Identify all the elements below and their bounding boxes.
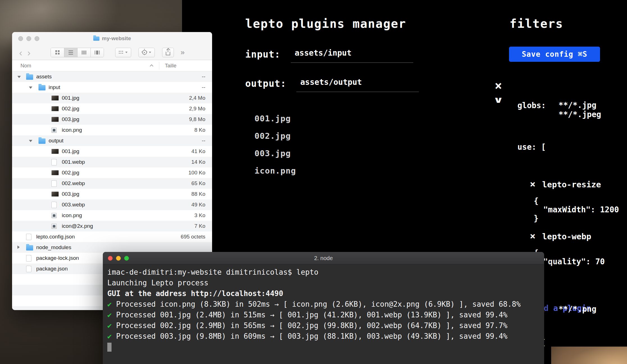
file-icon xyxy=(51,192,59,197)
file-row[interactable]: icon.png3 Ko xyxy=(12,210,212,221)
zoom-button[interactable] xyxy=(35,36,39,41)
file-name: 001.jpg xyxy=(62,146,79,157)
file-icon xyxy=(51,213,57,218)
columns-icon xyxy=(82,51,86,54)
file-icon xyxy=(51,224,57,229)
config-line: "quality": 70 xyxy=(534,257,619,266)
terminal-title: 2. node xyxy=(103,252,544,265)
file-row[interactable]: 001.jpg41 Ko xyxy=(12,146,212,157)
disclosure-triangle[interactable] xyxy=(29,87,32,89)
arrange-menu-button[interactable] xyxy=(115,48,131,57)
window-title: my-website xyxy=(102,35,131,42)
coverflow-view-button[interactable] xyxy=(90,48,104,57)
disclosure-triangle[interactable] xyxy=(29,140,32,142)
view-mode-control xyxy=(51,48,104,57)
file-row[interactable]: icon.png8 Ko xyxy=(12,125,212,135)
config-line: "maxWidth": 1200 xyxy=(534,205,619,214)
collapse-filter-icon[interactable]: ∨ xyxy=(489,95,508,105)
file-item[interactable]: 001.jpg xyxy=(255,113,296,124)
file-size: 2,9 Mo xyxy=(189,103,205,114)
plugin-name: lepto-webp xyxy=(542,232,591,241)
file-size: 14 Ko xyxy=(191,157,205,167)
file-size: 100 Ko xyxy=(188,167,205,178)
file-row[interactable]: 003.jpg9,8 Mo xyxy=(12,114,212,125)
filters-title: filters xyxy=(510,17,563,31)
file-row[interactable]: node_modules xyxy=(12,242,212,253)
list-view-button[interactable] xyxy=(64,48,77,57)
file-row[interactable]: assets-- xyxy=(12,71,212,82)
plugin-config[interactable]: { "maxWidth": 1200} xyxy=(517,197,619,223)
file-icon xyxy=(51,95,59,101)
close-button[interactable] xyxy=(18,36,23,41)
file-name: assets xyxy=(36,71,52,82)
back-button[interactable]: ‹ xyxy=(17,47,25,58)
remove-plugin-icon[interactable]: × xyxy=(530,231,542,241)
file-row[interactable]: 001.jpg2,4 Mo xyxy=(12,93,212,103)
file-row[interactable]: output-- xyxy=(12,135,212,146)
toolbar-overflow-button[interactable]: » xyxy=(181,48,185,57)
column-header-name[interactable]: Nom xyxy=(21,60,31,71)
file-row[interactable]: 003.webp49 Ko xyxy=(12,199,212,210)
file-name: icon.png xyxy=(62,210,82,221)
minimize-button[interactable] xyxy=(116,256,121,261)
file-row[interactable]: 002.jpg100 Ko xyxy=(12,167,212,178)
file-name: 001.webp xyxy=(62,157,85,167)
output-path-field[interactable]: assets/output xyxy=(296,76,419,92)
share-icon xyxy=(166,52,170,55)
output-label: output: xyxy=(245,78,286,89)
remove-plugin-icon[interactable]: × xyxy=(530,179,542,189)
config-line: } xyxy=(534,214,619,223)
check-icon: ✔ xyxy=(107,321,116,330)
file-row[interactable]: lepto.config.json695 octets xyxy=(12,231,212,242)
share-button[interactable] xyxy=(162,48,174,57)
column-view-button[interactable] xyxy=(77,48,90,57)
input-path-field[interactable]: assets/input xyxy=(291,47,413,63)
glob-pattern[interactable]: **/*.jpeg xyxy=(558,110,601,119)
file-icon xyxy=(51,202,57,208)
forward-button[interactable]: › xyxy=(25,47,33,58)
file-size: 9,8 Mo xyxy=(189,114,205,125)
terminal-text: imac-de-dimitri:my-website dimitrinicola… xyxy=(107,268,318,276)
file-row[interactable]: 002.jpg2,9 Mo xyxy=(12,103,212,114)
desktop-wallpaper-corner xyxy=(551,347,627,364)
file-item[interactable]: 002.jpg xyxy=(255,131,296,141)
list-icon xyxy=(69,51,73,54)
glob-pattern[interactable]: **/*.jpg xyxy=(558,101,601,110)
file-item[interactable]: 003.jpg xyxy=(255,148,296,158)
file-row[interactable]: 003.jpg88 Ko xyxy=(12,189,212,199)
glob-pattern[interactable]: **/*.png xyxy=(558,304,596,314)
file-name: node_modules xyxy=(36,242,71,253)
file-name: output xyxy=(49,135,63,146)
save-config-button[interactable]: Save config ⌘S xyxy=(509,47,600,62)
column-divider[interactable] xyxy=(159,62,159,70)
file-item[interactable]: icon.png xyxy=(255,166,296,176)
globs-label: globs: xyxy=(517,101,546,119)
terminal-line: imac-de-dimitri:my-website dimitrinicola… xyxy=(107,267,544,277)
folder-icon xyxy=(26,245,33,251)
file-row[interactable]: 001.webp14 Ko xyxy=(12,157,212,167)
disclosure-triangle[interactable] xyxy=(17,76,21,78)
desktop: lepto plugins manager input: assets/inpu… xyxy=(0,0,627,364)
column-header-size[interactable]: Taille xyxy=(165,60,176,71)
minimize-button[interactable] xyxy=(26,36,31,41)
file-name: 003.jpg xyxy=(62,189,79,199)
file-name: package.json xyxy=(36,263,68,274)
zoom-button[interactable] xyxy=(124,256,129,261)
file-icon xyxy=(51,170,59,175)
terminal-text: Processed 002.jpg (2.9MB) in 565ms → [ 0… xyxy=(116,321,507,330)
folder-icon xyxy=(38,138,46,144)
close-button[interactable] xyxy=(108,256,113,261)
globs-values: **/*.jpg**/*.jpeg xyxy=(558,101,601,119)
file-name: 002.jpg xyxy=(62,103,79,114)
finder-toolbar: ‹ › » xyxy=(12,45,212,60)
file-row[interactable]: input-- xyxy=(12,82,212,93)
disclosure-triangle[interactable] xyxy=(17,245,20,249)
file-row[interactable]: 002.webp65 Ko xyxy=(12,178,212,189)
icon-view-button[interactable] xyxy=(51,48,64,57)
file-row[interactable]: icon@2x.png7 Ko xyxy=(12,221,212,231)
check-icon: ✔ xyxy=(107,311,116,319)
action-menu-button[interactable] xyxy=(138,48,155,57)
terminal-output[interactable]: imac-de-dimitri:my-website dimitrinicola… xyxy=(103,265,544,352)
remove-filter-icon[interactable]: × xyxy=(492,79,505,92)
terminal-line: Launching Lepto process xyxy=(107,277,544,288)
